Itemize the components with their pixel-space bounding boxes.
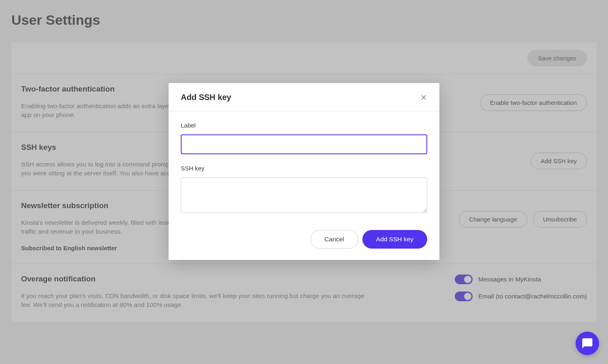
label-field-label: Label bbox=[181, 122, 427, 129]
sshkey-field-label: SSH key bbox=[181, 165, 427, 172]
chat-bubble-icon[interactable] bbox=[576, 332, 599, 355]
modal-footer: Cancel Add SSH key bbox=[169, 219, 439, 260]
modal-title: Add SSH key bbox=[181, 93, 231, 102]
add-ssh-key-modal: Add SSH key ✕ Label SSH key Cancel Add S… bbox=[169, 83, 439, 260]
sshkey-textarea[interactable] bbox=[181, 177, 427, 213]
close-icon[interactable]: ✕ bbox=[420, 94, 427, 102]
label-input[interactable] bbox=[181, 134, 427, 154]
modal-header: Add SSH key ✕ bbox=[169, 83, 439, 111]
modal-body: Label SSH key bbox=[169, 111, 439, 219]
add-ssh-key-confirm-button[interactable]: Add SSH key bbox=[362, 230, 427, 249]
cancel-button[interactable]: Cancel bbox=[310, 230, 358, 249]
modal-overlay: Add SSH key ✕ Label SSH key Cancel Add S… bbox=[0, 0, 608, 364]
